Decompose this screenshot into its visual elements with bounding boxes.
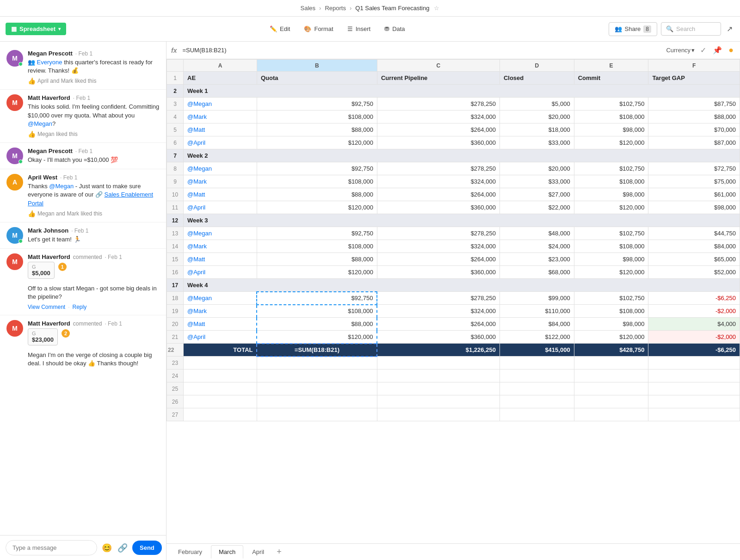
attach-button[interactable]: 🔗 <box>117 542 129 554</box>
cell-b13[interactable]: $92,750 <box>257 227 377 240</box>
insert-button[interactable]: ☰ Insert <box>341 22 377 36</box>
cell-c21[interactable]: $360,000 <box>377 331 500 344</box>
cell-f20[interactable]: $4,000 <box>648 318 740 331</box>
cell-a18[interactable]: @Megan <box>184 292 257 305</box>
cell-b9[interactable]: $108,000 <box>257 175 377 188</box>
col-header-c[interactable]: C <box>377 60 500 72</box>
cell-c3[interactable]: $278,250 <box>377 98 500 111</box>
cell-c19[interactable]: $324,000 <box>377 305 500 318</box>
cell-f3[interactable]: $87,750 <box>648 98 740 111</box>
cell-c1[interactable]: Current Pipeline <box>377 72 500 85</box>
cell-a15[interactable]: @Matt <box>184 253 257 266</box>
cell-c13[interactable]: $278,250 <box>377 227 500 240</box>
mention[interactable]: 👥 Everyone <box>28 59 62 66</box>
data-button[interactable]: ⛃ Data <box>378 22 411 36</box>
circle-button[interactable]: ● <box>727 44 735 56</box>
tab-april[interactable]: April <box>244 545 272 559</box>
send-button[interactable]: Send <box>132 541 162 555</box>
cell-b15[interactable]: $88,000 <box>257 253 377 266</box>
cell-f19[interactable]: -$2,000 <box>648 305 740 318</box>
cell-b16[interactable]: $120,000 <box>257 266 377 279</box>
cell-e14[interactable]: $108,000 <box>574 240 648 253</box>
cell-f13[interactable]: $44,750 <box>648 227 740 240</box>
cell-d10[interactable]: $27,000 <box>500 188 574 201</box>
cell-c4[interactable]: $324,000 <box>377 111 500 123</box>
cell-f15[interactable]: $65,000 <box>648 253 740 266</box>
cell-e6[interactable]: $120,000 <box>574 136 648 149</box>
cell-c6[interactable]: $360,000 <box>377 136 500 149</box>
cell-f16[interactable]: $52,000 <box>648 266 740 279</box>
cell-e19[interactable]: $108,000 <box>574 305 648 318</box>
pin-button[interactable]: 📌 <box>711 44 724 56</box>
cell-d16[interactable]: $68,000 <box>500 266 574 279</box>
cell-d4[interactable]: $20,000 <box>500 111 574 123</box>
col-header-b[interactable]: B <box>257 60 377 72</box>
reply-button[interactable]: Reply <box>72 304 86 310</box>
cell-a3[interactable]: @Megan <box>184 98 257 111</box>
favorite-icon[interactable]: ☆ <box>434 5 439 12</box>
cell-b19[interactable]: $108,000 <box>257 305 377 318</box>
cell-c20[interactable]: $264,000 <box>377 318 500 331</box>
cell-f6[interactable]: $87,000 <box>648 136 740 149</box>
mention[interactable]: @Megan <box>28 120 52 127</box>
tab-march[interactable]: March <box>211 545 243 559</box>
cell-c22[interactable]: $1,226,250 <box>377 344 500 357</box>
cell-c16[interactable]: $360,000 <box>377 266 500 279</box>
cell-d22[interactable]: $415,000 <box>500 344 574 357</box>
cell-a14[interactable]: @Mark <box>184 240 257 253</box>
cell-b22[interactable]: =SUM(B18:B21) <box>257 344 377 357</box>
currency-dropdown[interactable]: Currency ▾ <box>666 47 695 54</box>
cell-d20[interactable]: $84,000 <box>500 318 574 331</box>
cell-d13[interactable]: $48,000 <box>500 227 574 240</box>
col-header-f[interactable]: F <box>648 60 740 72</box>
cell-b21[interactable]: $120,000 <box>257 331 377 344</box>
cell-a16[interactable]: @April <box>184 266 257 279</box>
cell-e16[interactable]: $120,000 <box>574 266 648 279</box>
cell-b3[interactable]: $92,750 <box>257 98 377 111</box>
cell-f4[interactable]: $88,000 <box>648 111 740 123</box>
cell-a5[interactable]: @Matt <box>184 123 257 136</box>
cell-f9[interactable]: $75,000 <box>648 175 740 188</box>
cell-a1[interactable]: AE <box>184 72 257 85</box>
cell-b20[interactable]: $88,000 <box>257 318 377 331</box>
share-button[interactable]: 👥 Share 8 <box>609 22 657 36</box>
cell-a21[interactable]: @April <box>184 331 257 344</box>
cell-b4[interactable]: $108,000 <box>257 111 377 123</box>
cell-e10[interactable]: $98,000 <box>574 188 648 201</box>
cell-c14[interactable]: $324,000 <box>377 240 500 253</box>
cell-b6[interactable]: $120,000 <box>257 136 377 149</box>
cell-f18[interactable]: -$6,250 <box>648 292 740 305</box>
cell-f1[interactable]: Target GAP <box>648 72 740 85</box>
external-link-button[interactable]: ↗ <box>725 23 734 35</box>
cell-f14[interactable]: $84,000 <box>648 240 740 253</box>
cell-c5[interactable]: $264,000 <box>377 123 500 136</box>
cell-e20[interactable]: $98,000 <box>574 318 648 331</box>
cell-e13[interactable]: $102,750 <box>574 227 648 240</box>
cell-a20[interactable]: @Matt <box>184 318 257 331</box>
cell-d8[interactable]: $20,000 <box>500 162 574 175</box>
cell-b18[interactable]: $92,750 <box>257 292 377 305</box>
cell-c15[interactable]: $264,000 <box>377 253 500 266</box>
cell-f10[interactable]: $61,000 <box>648 188 740 201</box>
cell-d21[interactable]: $122,000 <box>500 331 574 344</box>
cell-e5[interactable]: $98,000 <box>574 123 648 136</box>
cell-b5[interactable]: $88,000 <box>257 123 377 136</box>
cell-b8[interactable]: $92,750 <box>257 162 377 175</box>
cell-f21[interactable]: -$2,000 <box>648 331 740 344</box>
sales-enablement-link[interactable]: Sales Enablement Portal <box>28 191 153 206</box>
cell-c8[interactable]: $278,250 <box>377 162 500 175</box>
col-header-a[interactable]: A <box>184 60 257 72</box>
cell-a6[interactable]: @April <box>184 136 257 149</box>
cell-d19[interactable]: $110,000 <box>500 305 574 318</box>
cell-b1[interactable]: Quota <box>257 72 377 85</box>
cell-a4[interactable]: @Mark <box>184 111 257 123</box>
add-sheet-button[interactable]: + <box>273 546 285 558</box>
grid-container[interactable]: A B C D E F 1 AE Quota Current Pipeline <box>166 59 740 543</box>
cell-a22[interactable]: TOTAL <box>184 344 257 357</box>
cell-e8[interactable]: $102,750 <box>574 162 648 175</box>
cell-c18[interactable]: $278,250 <box>377 292 500 305</box>
cell-c11[interactable]: $360,000 <box>377 201 500 214</box>
formula-input[interactable]: =SUM(B18:B21) <box>182 47 662 54</box>
checkmark-button[interactable]: ✓ <box>698 44 708 56</box>
cell-a13[interactable]: @Megan <box>184 227 257 240</box>
